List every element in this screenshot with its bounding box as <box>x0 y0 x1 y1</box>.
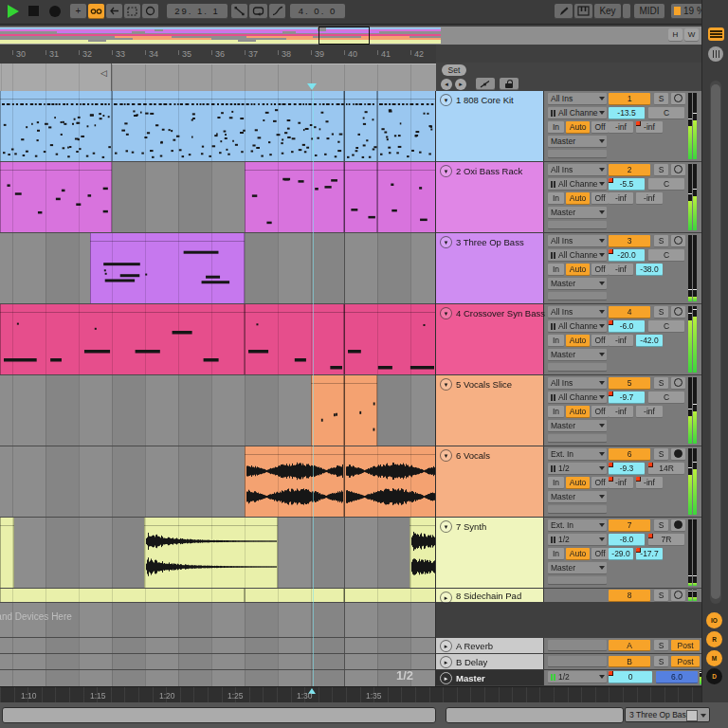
send-a-field[interactable]: -inf <box>609 477 633 489</box>
track-fold-button[interactable]: ▾ <box>440 378 452 391</box>
send-b-field[interactable]: -42.0 <box>636 335 663 347</box>
loop-length-display[interactable]: 4. 0. 0 <box>290 4 345 19</box>
pre-post-toggle[interactable]: Post <box>671 656 700 667</box>
previous-locator-button[interactable]: ◂ <box>441 79 452 90</box>
monitor-off-button[interactable]: Off <box>592 121 609 134</box>
track-header[interactable]: ▸8 Sidechain Pad <box>436 589 544 602</box>
volume-field[interactable]: -9.3 <box>609 463 645 475</box>
arm-button[interactable] <box>671 164 685 176</box>
volume-field[interactable]: -9.7 <box>609 391 645 404</box>
monitor-auto-button[interactable]: Auto <box>566 192 590 205</box>
input-type-chooser[interactable]: All Ins <box>548 164 607 176</box>
solo-button[interactable]: S <box>654 164 668 176</box>
track-delay-field[interactable] <box>548 434 607 443</box>
master-output-chooser[interactable]: 1/2 <box>548 671 607 683</box>
return-activator[interactable]: B <box>609 656 650 667</box>
volume-field[interactable]: -8.0 <box>609 534 645 546</box>
arm-button[interactable] <box>671 93 685 105</box>
output-chooser[interactable]: Master <box>548 420 607 432</box>
time-ruler[interactable]: 1:101:151:201:251:301:35 <box>0 686 701 703</box>
input-type-chooser[interactable]: All Ins <box>548 306 607 318</box>
track-activator[interactable]: 7 <box>609 519 650 532</box>
return-track-header[interactable]: ▸B Delay <box>436 654 544 669</box>
track-activator[interactable]: 2 <box>609 164 650 176</box>
stop-button[interactable] <box>28 6 39 16</box>
vertical-scrollbar-thumb[interactable] <box>711 84 720 599</box>
output-chooser[interactable]: Master <box>548 349 607 361</box>
pre-post-toggle[interactable]: Post <box>671 640 700 651</box>
overdub-button[interactable] <box>142 4 158 19</box>
send-a-field[interactable]: -inf <box>609 406 633 418</box>
volume-field[interactable]: -13.5 <box>609 107 645 119</box>
monitor-auto-button[interactable]: Auto <box>566 477 590 489</box>
key-map-button[interactable]: Key <box>594 4 621 19</box>
return-track-header[interactable]: ▸A Reverb <box>436 638 544 653</box>
track-fold-button[interactable]: ▸ <box>440 672 452 684</box>
send-a-field[interactable]: -29.0 <box>609 548 633 560</box>
solo-button[interactable]: S <box>654 519 668 532</box>
arrangement-clip-area[interactable] <box>0 91 436 686</box>
tap-tempo-button[interactable]: + <box>70 4 86 19</box>
send-b-field[interactable]: -38.0 <box>636 264 663 276</box>
next-locator-button[interactable]: ▸ <box>455 79 466 90</box>
solo-button[interactable]: S <box>654 306 668 318</box>
track-fold-button[interactable]: ▾ <box>440 449 452 462</box>
solo-button[interactable]: S <box>654 590 668 602</box>
monitor-in-button[interactable]: In <box>548 548 564 560</box>
hamburger-menu-icon[interactable] <box>708 27 724 41</box>
arrangement-overview[interactable] <box>0 27 701 45</box>
track-fold-button[interactable]: ▾ <box>440 236 452 248</box>
volume-field[interactable]: -6.0 <box>609 320 645 333</box>
track-header[interactable]: ▾3 Three Op Bass <box>436 233 544 303</box>
monitor-off-button[interactable]: Off <box>592 477 609 489</box>
output-chooser[interactable]: Master <box>548 562 607 574</box>
send-a-field[interactable]: -inf <box>609 264 633 276</box>
output-chooser[interactable]: Master <box>548 136 607 148</box>
monitor-in-button[interactable]: In <box>548 477 564 489</box>
play-button[interactable] <box>8 5 19 18</box>
monitor-off-button[interactable]: Off <box>592 548 609 560</box>
monitor-off-button[interactable]: Off <box>592 264 609 276</box>
send-a-field[interactable]: -inf <box>609 192 633 205</box>
arm-button[interactable] <box>671 590 685 602</box>
pan-field[interactable]: C <box>648 178 684 191</box>
monitor-in-button[interactable]: In <box>548 121 564 134</box>
mixer-toggle-m[interactable]: M <box>706 650 722 666</box>
monitor-auto-button[interactable]: Auto <box>566 264 590 276</box>
track-header[interactable]: ▾2 Oxi Bass Rack <box>436 162 544 232</box>
set-locator-button[interactable]: Set <box>442 64 466 76</box>
header-scrollbar[interactable] <box>446 707 624 723</box>
send-a-field[interactable]: -inf <box>609 335 633 347</box>
mixer-toggle-io[interactable]: IO <box>706 612 722 628</box>
track-activator[interactable]: 1 <box>609 93 650 105</box>
pan-field[interactable]: C <box>648 391 684 404</box>
track-header[interactable]: ▾6 Vocals <box>436 446 544 517</box>
monitor-in-button[interactable]: In <box>548 335 564 347</box>
mixer-toggle-d[interactable]: D <box>706 668 722 684</box>
arrangement-lock-button[interactable] <box>500 78 519 90</box>
return-activator[interactable]: A <box>609 640 650 651</box>
input-channel-chooser[interactable]: All Channe <box>548 249 607 262</box>
midi-map-button[interactable]: MIDI <box>634 4 664 19</box>
volume-field[interactable]: -20.0 <box>609 249 645 262</box>
input-channel-chooser[interactable]: All Channe <box>548 178 607 191</box>
input-type-chooser[interactable]: All Ins <box>548 93 607 105</box>
track-activator[interactable]: 3 <box>609 235 650 247</box>
monitor-auto-button[interactable]: Auto <box>566 548 590 560</box>
solo-button[interactable]: S <box>654 377 668 390</box>
input-channel-chooser[interactable]: 1/2 <box>548 534 607 546</box>
send-b-field[interactable]: -inf <box>636 477 663 489</box>
insert-marker-icon[interactable] <box>307 83 317 90</box>
pan-field[interactable]: C <box>648 320 684 333</box>
track-delay-field[interactable] <box>548 221 607 229</box>
mixer-toggle-r[interactable]: R <box>706 631 722 647</box>
solo-button[interactable]: S <box>654 93 668 105</box>
track-header[interactable]: ▾7 Synth <box>436 518 544 588</box>
track-delay-field[interactable] <box>548 363 607 372</box>
monitor-auto-button[interactable]: Auto <box>566 335 590 347</box>
track-fold-button[interactable]: ▸ <box>440 592 452 604</box>
arm-button[interactable] <box>671 519 685 532</box>
track-header[interactable]: ▾5 Vocals Slice <box>436 375 544 446</box>
track-fold-button[interactable]: ▾ <box>440 94 452 106</box>
track-fold-button[interactable]: ▾ <box>440 307 452 319</box>
